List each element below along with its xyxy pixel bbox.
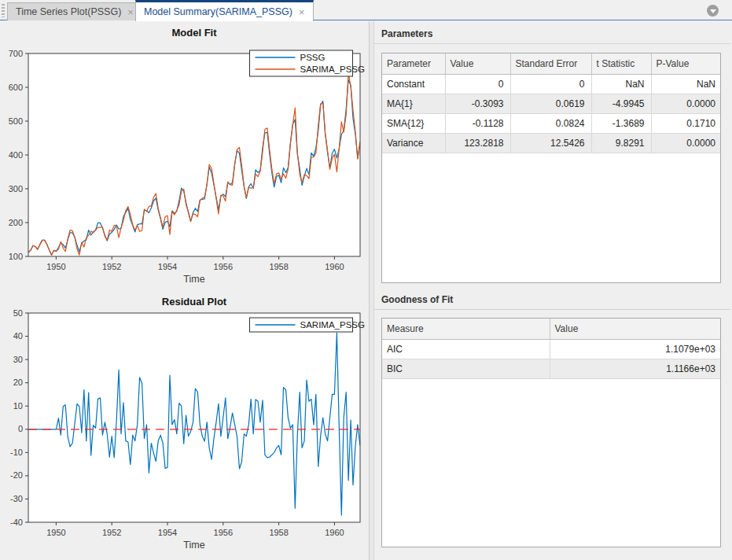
table-cell: 0.0000	[651, 133, 721, 153]
svg-text:1958: 1958	[269, 262, 288, 271]
svg-text:700: 700	[9, 49, 23, 58]
table-cell: Variance	[382, 133, 445, 153]
tab-label: Model Summary(SARIMA_PSSG)	[144, 6, 292, 17]
column-header: Parameter	[382, 53, 445, 74]
svg-text:1950: 1950	[46, 262, 65, 271]
table-cell: AIC	[382, 339, 550, 359]
table-cell: 0.0000	[651, 94, 721, 113]
table-cell: NaN	[591, 74, 651, 94]
legend-entry-label: SARIMA_PSSG	[300, 64, 365, 74]
chart-title: Model Fit	[171, 27, 217, 39]
column-header: t Statistic	[591, 53, 651, 74]
table-cell: 0.1710	[651, 113, 721, 133]
column-header: Value	[445, 53, 510, 74]
svg-text:1958: 1958	[269, 528, 288, 537]
parameters-table: ParameterValueStandard Errort StatisticP…	[381, 53, 721, 283]
tab-time-series-plot[interactable]: Time Series Plot(PSSG) ×	[7, 2, 142, 20]
legend-entry-label: SARIMA_PSSG	[300, 320, 365, 330]
table-cell: -1.3689	[591, 113, 651, 133]
table-cell: -0.3093	[445, 94, 510, 113]
tab-label: Time Series Plot(PSSG)	[16, 6, 121, 17]
x-axis-label: Time	[183, 274, 204, 285]
svg-text:10: 10	[13, 401, 23, 411]
table-cell: MA{1}	[382, 94, 445, 113]
svg-text:1956: 1956	[214, 528, 233, 537]
goodness-section-title: Goodness of Fit	[374, 283, 730, 310]
legend-entry-label: PSSG	[300, 53, 326, 62]
column-header: P-Value	[651, 53, 721, 74]
table-cell: SMA{12}	[382, 113, 445, 133]
x-axis-label: Time	[183, 540, 204, 551]
svg-text:-10: -10	[10, 448, 23, 457]
table-cell: 12.5426	[510, 133, 591, 153]
column-header: Measure	[382, 319, 550, 339]
table-cell: Constant	[382, 74, 445, 94]
document-tab-bar: Time Series Plot(PSSG) × Model Summary(S…	[0, 0, 732, 20]
vertical-splitter[interactable]	[369, 21, 374, 560]
svg-text:1952: 1952	[102, 528, 121, 537]
svg-text:1954: 1954	[158, 262, 177, 271]
table-cell: 9.8291	[591, 133, 651, 153]
main-content: 1950195219541956195819601002003004005006…	[0, 21, 732, 560]
chart-title: Residual Plot	[162, 296, 227, 308]
column-header: Value	[550, 319, 721, 339]
table-cell: 1.1079e+03	[550, 339, 721, 359]
table-cell: BIC	[382, 359, 550, 378]
table-cell: -4.9945	[591, 94, 651, 113]
table-row: Constant00NaNNaN	[382, 74, 721, 94]
charts-pane: 1950195219541956195819601002003004005006…	[0, 21, 369, 560]
svg-text:30: 30	[13, 355, 23, 364]
goodness-of-fit-table: MeasureValueAIC1.1079e+03BIC1.1166e+03	[381, 318, 721, 547]
svg-text:40: 40	[13, 331, 23, 341]
svg-text:-30: -30	[10, 494, 23, 503]
svg-text:300: 300	[9, 184, 23, 193]
legend: PSSGSARIMA_PSSG	[250, 50, 365, 76]
svg-text:1960: 1960	[325, 528, 344, 537]
svg-text:1956: 1956	[214, 262, 233, 271]
model-summary-charts[interactable]: 1950195219541956195819601002003004005006…	[0, 21, 369, 560]
svg-text:1950: 1950	[46, 528, 65, 537]
table-cell: 123.2818	[445, 133, 510, 153]
table-cell: 1.1166e+03	[550, 359, 721, 378]
econometric-modeler-document-area: Time Series Plot(PSSG) × Model Summary(S…	[0, 0, 732, 560]
svg-text:20: 20	[13, 378, 23, 387]
svg-text:-20: -20	[10, 470, 23, 480]
table-row: SMA{12}-0.11280.0824-1.36890.1710	[382, 113, 721, 133]
svg-text:1954: 1954	[158, 528, 177, 537]
close-icon[interactable]: ×	[127, 7, 134, 17]
svg-text:-40: -40	[10, 518, 23, 527]
column-header: Standard Error	[510, 53, 591, 74]
svg-text:600: 600	[9, 83, 23, 92]
svg-text:200: 200	[9, 218, 23, 227]
svg-text:50: 50	[13, 308, 23, 318]
svg-text:400: 400	[9, 150, 23, 160]
svg-text:1952: 1952	[102, 262, 121, 271]
tab-overflow-button[interactable]	[707, 5, 719, 17]
table-row: BIC1.1166e+03	[382, 359, 721, 378]
tab-bar-grip-icon	[2, 4, 5, 17]
svg-text:100: 100	[9, 252, 23, 261]
table-cell: 0.0824	[510, 113, 591, 133]
summary-tables-pane: Parameters ParameterValueStandard Errort…	[374, 21, 732, 560]
tab-model-summary[interactable]: Model Summary(SARIMA_PSSG) ×	[135, 0, 314, 21]
table-cell: -0.1128	[445, 113, 510, 133]
table-row: MA{1}-0.30930.0619-4.99450.0000	[382, 94, 721, 113]
svg-text:1960: 1960	[325, 262, 344, 271]
chevron-down-icon	[710, 9, 716, 13]
table-cell: 0.0619	[510, 94, 591, 113]
legend: SARIMA_PSSG	[250, 318, 365, 332]
close-icon[interactable]: ×	[299, 7, 305, 17]
table-cell: 0	[445, 74, 510, 94]
parameters-section-title: Parameters	[374, 21, 730, 44]
table-cell: NaN	[651, 74, 721, 94]
table-row: Variance123.281812.54269.82910.0000	[382, 133, 721, 153]
table-cell: 0	[510, 74, 591, 94]
table-row: AIC1.1079e+03	[382, 339, 721, 359]
svg-text:500: 500	[9, 116, 23, 126]
svg-text:0: 0	[18, 424, 23, 433]
